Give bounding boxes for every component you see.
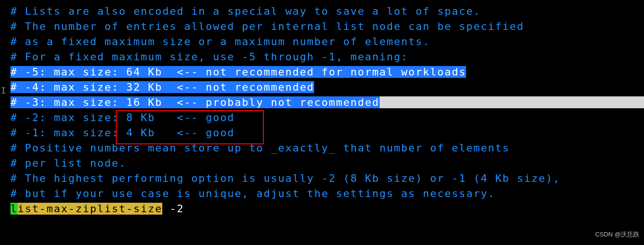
- watermark: CSDN @沃恁跌: [595, 227, 639, 242]
- selection-highlight: # -4: max size: 32 Kb <-- not recommende…: [10, 81, 314, 93]
- config-directive-line: list-max-ziplist-size -2: [10, 201, 644, 217]
- config-value: -2: [162, 203, 184, 215]
- terminal-editor[interactable]: # Lists are also encoded in a special wa…: [0, 0, 644, 217]
- config-comment-line: # -1: max size: 4 Kb <-- good: [10, 125, 644, 141]
- text-cursor-icon: I: [1, 83, 6, 98]
- config-comment-line: # but if your use case is unique, adjust…: [10, 186, 644, 201]
- config-comment-line: # The number of entries allowed per inte…: [10, 19, 644, 34]
- config-comment-line: # -2: max size: 8 Kb <-- good: [10, 110, 644, 125]
- config-comment-line: # as a fixed maximum size or a maximum n…: [10, 34, 644, 49]
- config-comment-line-selected: # -3: max size: 16 Kb <-- probably not r…: [10, 95, 644, 110]
- config-comment-line: # per list node.: [10, 156, 644, 171]
- match-highlight-rest: ist-max-ziplist-size: [18, 203, 162, 215]
- selection-trailing: [380, 96, 644, 108]
- selection-highlight: # -3: max size: 16 Kb <-- probably not r…: [10, 96, 380, 108]
- match-highlight-first-char: l: [10, 203, 18, 215]
- selection-highlight: # -5: max size: 64 Kb <-- not recommende…: [10, 66, 466, 78]
- config-comment-line: # Positive numbers mean store up to _exa…: [10, 141, 644, 156]
- config-comment-line: # Lists are also encoded in a special wa…: [10, 4, 644, 19]
- config-comment-line: # For a fixed maximum size, use -5 throu…: [10, 49, 644, 65]
- config-comment-line-selected: # -4: max size: 32 Kb <-- not recommende…: [10, 80, 644, 95]
- config-comment-line-selected: # -5: max size: 64 Kb <-- not recommende…: [10, 65, 644, 80]
- config-comment-line: # The highest performing option is usual…: [10, 171, 644, 186]
- config-key: list-max-ziplist-size: [10, 203, 162, 215]
